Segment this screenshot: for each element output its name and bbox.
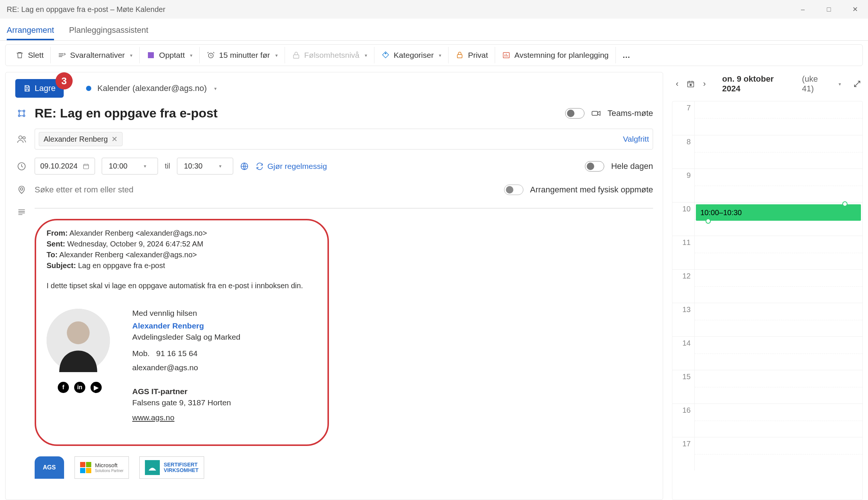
calendar-selector[interactable]: Kalender (alexander@ags.no) ▾	[86, 84, 217, 93]
tab-arrangement[interactable]: Arrangement	[7, 25, 54, 40]
clock-icon	[15, 161, 28, 171]
svg-rect-4	[457, 54, 462, 58]
window-maximize-button[interactable]: □	[816, 0, 842, 19]
hour-row[interactable]: 14	[672, 336, 862, 370]
save-icon	[23, 85, 31, 92]
svg-rect-2	[293, 55, 299, 58]
next-day-button[interactable]: ›	[701, 79, 707, 89]
window-title: RE: Lag en oppgave fra e-post – Møte Kal…	[7, 5, 165, 14]
attendee-chip[interactable]: Alexander Renberg ✕	[39, 132, 123, 146]
event-form: Lagre 3 Kalender (alexander@ags.no) ▾ RE…	[5, 72, 663, 500]
response-icon	[57, 51, 66, 60]
hour-row[interactable]: 11	[672, 236, 862, 269]
chevron-down-icon: ▾	[219, 163, 222, 169]
teams-meeting-toggle[interactable]	[565, 108, 585, 119]
svg-rect-21	[690, 84, 691, 86]
hour-label: 9	[672, 169, 695, 202]
hour-row[interactable]: 12	[672, 269, 862, 303]
all-day-label: Hele dagen	[611, 161, 653, 171]
email-quote-callout: From: Alexander Renberg <alexander@ags.n…	[35, 219, 329, 446]
hour-row[interactable]: 17	[672, 437, 862, 471]
prev-day-button[interactable]: ‹	[674, 79, 680, 89]
calendar-date-label[interactable]: on. 9 oktober 2024	[722, 74, 794, 94]
window-close-button[interactable]: ✕	[842, 0, 868, 19]
attendees-input[interactable]: Alexander Renberg ✕ Valgfritt	[35, 129, 653, 150]
day-calendar-panel: ‹ › on. 9 oktober 2024 (uke 41) ▾ 789101…	[672, 72, 863, 500]
signature-name: Alexander Renberg	[132, 321, 240, 330]
in-person-toggle[interactable]	[504, 185, 523, 195]
ags-logo: AGS	[35, 456, 64, 479]
scheduling-poll-button[interactable]: Avstemning for planlegging	[495, 47, 615, 63]
more-button[interactable]: …	[615, 47, 638, 63]
ellipsis-icon: …	[623, 51, 631, 60]
optional-attendees-link[interactable]: Valgfritt	[623, 135, 649, 144]
delete-button[interactable]: Slett	[9, 47, 50, 63]
private-button[interactable]: Privat	[448, 47, 495, 63]
chevron-down-icon[interactable]: ▾	[839, 81, 841, 87]
tag-icon	[381, 51, 390, 60]
body-editor[interactable]: From: Alexander Renberg <alexander@ags.n…	[35, 208, 653, 479]
description-icon	[15, 205, 28, 217]
svg-point-11	[19, 136, 22, 139]
hour-label: 14	[672, 337, 695, 370]
busy-icon	[146, 51, 155, 60]
start-time-input[interactable]: 10:00 ▾	[102, 158, 158, 174]
trash-icon	[15, 51, 24, 60]
window-minimize-button[interactable]: –	[790, 0, 816, 19]
hour-row[interactable]: 8	[672, 135, 862, 169]
chevron-down-icon: ▾	[190, 53, 193, 58]
svg-point-7	[23, 110, 25, 111]
hour-row[interactable]: 16	[672, 403, 862, 437]
calendar-week-label: (uke 41)	[802, 74, 832, 94]
categorize-button[interactable]: Kategoriser ▾	[374, 47, 448, 63]
facebook-icon[interactable]: f	[58, 382, 69, 393]
subject-settings-icon[interactable]	[15, 109, 28, 118]
show-as-button[interactable]: Opptatt ▾	[139, 47, 199, 63]
event-resize-handle-top[interactable]	[842, 201, 848, 207]
camera-icon	[591, 109, 601, 118]
expand-calendar-button[interactable]	[852, 80, 863, 88]
svg-rect-19	[145, 460, 160, 475]
svg-point-3	[385, 53, 386, 54]
start-date-input[interactable]: 09.10.2024	[35, 158, 95, 174]
hour-row[interactable]: 13	[672, 303, 862, 336]
avatar	[47, 309, 110, 372]
subject-input[interactable]: RE: Lag en oppgave fra e-post	[35, 106, 558, 120]
calendar-event[interactable]: 10:00–10:30	[696, 204, 861, 221]
hour-label: 11	[672, 236, 695, 269]
teams-meeting-label: Teams-møte	[608, 109, 653, 118]
microsoft-partner-logo: MicrosoftSolutions Partner	[75, 456, 129, 479]
day-grid[interactable]: 7891011121314151617 10:00–10:30	[672, 101, 863, 500]
response-options-button[interactable]: Svaralternativer ▾	[50, 47, 139, 63]
sensitivity-button[interactable]: Følsomhetsnivå ▾	[285, 47, 374, 63]
location-input[interactable]	[35, 183, 497, 197]
youtube-icon[interactable]: ▶	[91, 382, 102, 393]
reminder-button[interactable]: 15 minutter før ▾	[199, 47, 285, 63]
footer-logos: AGS MicrosoftSolutions Partner SERTIFISE…	[35, 456, 653, 479]
poll-icon	[502, 51, 511, 60]
svg-point-6	[18, 110, 20, 111]
linkedin-icon[interactable]: in	[74, 382, 85, 393]
chevron-down-icon: ▾	[214, 86, 217, 91]
svg-point-18	[67, 321, 89, 344]
hour-label: 13	[672, 303, 695, 336]
svg-rect-10	[592, 111, 598, 115]
hour-row[interactable]: 15	[672, 370, 862, 403]
remove-attendee-icon[interactable]: ✕	[111, 135, 118, 144]
today-button[interactable]	[685, 80, 696, 88]
end-time-input[interactable]: 10:30 ▾	[177, 158, 233, 174]
website-link[interactable]: www.ags.no	[132, 413, 240, 422]
event-resize-handle-bottom[interactable]	[706, 218, 711, 224]
chevron-down-icon: ▾	[130, 53, 133, 58]
svg-point-12	[23, 137, 25, 139]
all-day-toggle[interactable]	[585, 161, 604, 172]
hour-row[interactable]: 7	[672, 101, 862, 135]
location-icon	[15, 185, 28, 195]
make-recurring-link[interactable]: Gjør regelmessig	[256, 162, 327, 171]
hour-label: 16	[672, 404, 695, 437]
tab-scheduling-assistant[interactable]: Planleggingsassistent	[69, 25, 148, 40]
alarm-icon	[206, 51, 215, 60]
hour-row[interactable]: 9	[672, 169, 862, 202]
timezone-button[interactable]	[240, 162, 249, 171]
email-body-text: I dette tipset skal vi lage en oppgave a…	[47, 282, 317, 290]
